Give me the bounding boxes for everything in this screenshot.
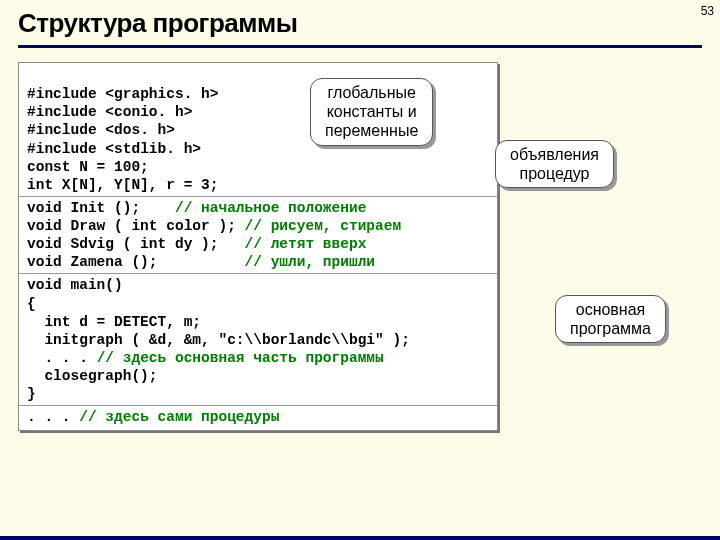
- code-line: int X[N], Y[N], r = 3;: [27, 177, 218, 193]
- code-line: initgraph ( &d, &m, "c:\\borlandc\\bgi" …: [27, 332, 410, 348]
- callout-declarations: объявления процедур: [495, 140, 614, 188]
- code-line: #include <stdlib. h>: [27, 141, 201, 157]
- code-line: const N = 100;: [27, 159, 149, 175]
- callout-text: процедур: [510, 164, 599, 183]
- code-line: int d = DETECT, m;: [27, 314, 201, 330]
- code-line: void Init (); // начальное положение: [27, 200, 366, 216]
- callout-main: основная программа: [555, 295, 666, 343]
- code-line: #include <graphics. h>: [27, 86, 218, 102]
- code-line: #include <conio. h>: [27, 104, 192, 120]
- page-number: 53: [701, 4, 714, 18]
- code-line: void Zamena (); // ушли, пришли: [27, 254, 375, 270]
- code-line: #include <dos. h>: [27, 122, 175, 138]
- code-line: closegraph();: [27, 368, 158, 384]
- callout-text: глобальные: [325, 83, 418, 102]
- callout-text: переменные: [325, 121, 418, 140]
- code-line: void Sdvig ( int dy ); // летят вверх: [27, 236, 366, 252]
- code-line: }: [27, 386, 36, 402]
- callout-text: основная: [570, 300, 651, 319]
- code-line: . . . // здесь сами процедуры: [27, 409, 279, 425]
- callout-text: программа: [570, 319, 651, 338]
- code-line: {: [27, 296, 36, 312]
- code-line: . . . // здесь основная часть программы: [27, 350, 384, 366]
- callout-globals: глобальные константы и переменные: [310, 78, 433, 146]
- callout-text: константы и: [325, 102, 418, 121]
- page-title: Структура программы: [18, 8, 702, 48]
- code-line: void Draw ( int color ); // рисуем, стир…: [27, 218, 401, 234]
- code-line: void main(): [27, 277, 123, 293]
- callout-text: объявления: [510, 145, 599, 164]
